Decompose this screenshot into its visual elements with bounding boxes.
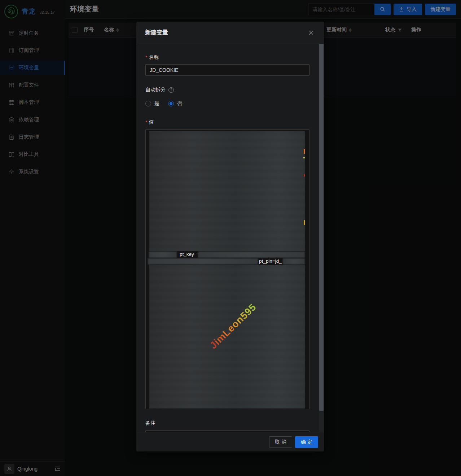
- remark-input[interactable]: [145, 430, 309, 432]
- value-content-redacted: pt_key= pt_pin=jd_: [149, 131, 305, 409]
- remark-label: 备注: [145, 420, 315, 427]
- modal-footer: 取 消 确 定: [136, 432, 324, 451]
- value-row-ptpin: pt_pin=jd_: [149, 258, 305, 265]
- ptpin-text: pt_pin=jd_: [259, 258, 282, 264]
- ok-button[interactable]: 确 定: [295, 436, 318, 448]
- remark-block: 备注: [145, 420, 315, 432]
- new-variable-modal: 新建变量 * 名称 自动拆分 ? 是: [136, 22, 324, 451]
- modal-scrollbar-track[interactable]: [319, 44, 324, 432]
- radio-yes[interactable]: 是: [145, 100, 159, 107]
- radio-yes-circle: [145, 101, 151, 106]
- value-textarea[interactable]: pt_key= pt_pin=jd_ Jim: [145, 129, 309, 409]
- ptkey-text: pt_key=: [180, 252, 197, 257]
- modal-scrollbar-thumb[interactable]: [319, 44, 324, 411]
- split-label: 自动拆分 ?: [145, 87, 315, 93]
- cancel-button[interactable]: 取 消: [269, 436, 292, 448]
- split-radio-row: 是 否: [145, 100, 315, 107]
- value-label: * 值: [145, 119, 315, 126]
- value-row-ptkey: pt_key=: [149, 251, 305, 258]
- modal-header: 新建变量: [136, 22, 324, 44]
- help-icon[interactable]: ?: [168, 87, 174, 93]
- qinglong-app: 青龙 v2.15.17 定时任务 订阅管理 环境变量 配置文件 脚本管: [0, 0, 461, 476]
- radio-no-circle: [168, 101, 174, 106]
- name-input[interactable]: [145, 64, 309, 76]
- name-label: * 名称: [145, 54, 315, 61]
- close-icon[interactable]: [307, 29, 315, 37]
- modal-body: * 名称 自动拆分 ? 是 否 *: [136, 44, 324, 432]
- modal-title: 新建变量: [145, 29, 307, 36]
- radio-no[interactable]: 否: [168, 100, 182, 107]
